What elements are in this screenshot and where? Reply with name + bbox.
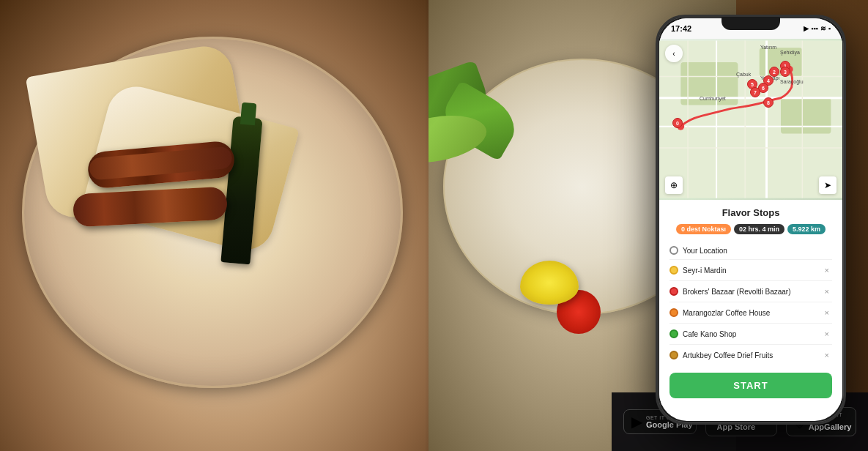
map-controls: ➤ — [819, 176, 837, 194]
status-time: 17:42 — [671, 24, 691, 33]
stop-marangozlar: Marangozlar Coffee House × — [669, 302, 832, 324]
navigate-button[interactable]: ➤ — [819, 176, 837, 194]
layers-icon: ⊕ — [670, 180, 678, 190]
phone-notch — [722, 17, 780, 30]
map-label-saracoglu: Saraçoğlu — [780, 79, 804, 84]
stop-seyr-i-mardin: Seyr-i Mardin × — [669, 260, 832, 281]
google-play-icon: ▶ — [631, 414, 642, 429]
stop-name-5: Artukbey Coffee Drief Fruits — [683, 351, 817, 359]
map-label-sehidiya: Şehidiya — [780, 50, 800, 55]
food-plate-left — [0, 0, 454, 451]
phone-screen: 17:42 ▶ ▪▪▪ ≋ ▪ — [659, 18, 842, 421]
phone-mockup: 17:42 ▶ ▪▪▪ ≋ ▪ — [656, 15, 846, 425]
back-arrow-icon: ‹ — [672, 50, 675, 58]
map-marker-8: 8 — [763, 97, 774, 108]
stop-dot-3 — [669, 308, 678, 317]
flavor-stops-title: Flavor Stops — [669, 207, 832, 218]
map-marker-3: 3 — [780, 67, 790, 77]
stop-close-1[interactable]: × — [822, 264, 832, 276]
stop-cafe-kano: Cafe Kano Shop × — [669, 324, 832, 345]
stop-artukbey: Artukbey Coffee Drief Fruits × — [669, 345, 832, 365]
map-label-cabuk: Çabuk — [736, 72, 751, 77]
map-area: Yatırım Çabuk Yenikapı Cumhuriyet Saraço… — [659, 39, 842, 200]
stop-dot-1 — [669, 266, 678, 275]
stop-dot-4 — [669, 329, 678, 338]
stop-brokers-bazaar: Brokers' Bazaar (Revoltli Bazaar) × — [669, 281, 832, 302]
stop-close-4[interactable]: × — [822, 328, 832, 340]
battery-icon: ▪ — [828, 25, 831, 32]
location-icon: ▶ — [804, 25, 809, 32]
map-marker-0: 0 — [672, 118, 683, 128]
stop-dot-location — [669, 246, 678, 255]
status-icons: ▶ ▪▪▪ ≋ ▪ — [804, 25, 831, 32]
salad-greens — [429, 73, 575, 234]
svg-rect-4 — [781, 98, 831, 134]
wifi-icon: ≋ — [820, 25, 826, 32]
stop-name-1: Seyr-i Mardin — [683, 266, 817, 275]
stop-dot-5 — [669, 351, 678, 359]
stats-row: 0 dest Noktası 02 hrs. 4 min 5.922 km — [669, 224, 832, 234]
map-back-button[interactable]: ‹ — [665, 45, 683, 62]
stop-close-5[interactable]: × — [822, 349, 832, 361]
signal-icon: ▪▪▪ — [811, 25, 818, 32]
stop-name-2: Brokers' Bazaar (Revoltli Bazaar) — [683, 288, 817, 296]
stop-name-4: Cafe Kano Shop — [683, 330, 817, 338]
flavor-stops-panel: Flavor Stops 0 dest Noktası 02 hrs. 4 mi… — [659, 200, 842, 406]
layers-button[interactable]: ⊕ — [665, 176, 683, 194]
map-marker-7: 7 — [750, 87, 760, 97]
stat-badge-km: 5.922 km — [787, 224, 826, 234]
map-label-yatirim: Yatırım — [760, 45, 776, 50]
stop-close-2[interactable]: × — [822, 286, 832, 297]
stop-close-3[interactable]: × — [822, 307, 832, 318]
map-label-cumhuriyet: Cumhuriyet — [700, 96, 726, 101]
stop-your-location: Your Location — [669, 242, 832, 260]
navigate-icon: ➤ — [824, 180, 831, 190]
stat-badge-dest: 0 dest Noktası — [676, 224, 731, 234]
stop-dot-2 — [669, 287, 678, 296]
stop-name-location: Your Location — [683, 247, 832, 255]
start-button[interactable]: START — [669, 373, 832, 398]
stat-badge-time: 02 hrs. 4 min — [734, 224, 784, 234]
stop-name-3: Marangozlar Coffee House — [683, 309, 817, 317]
map-svg — [659, 39, 842, 200]
